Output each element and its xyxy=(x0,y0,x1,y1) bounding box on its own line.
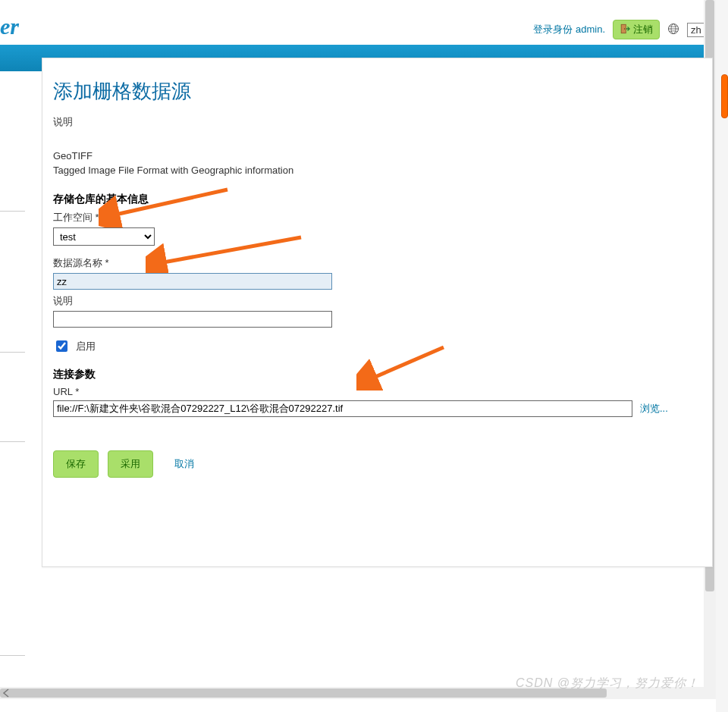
app-viewport: er 登录身份 admin. 注销 zh 添加栅格数据源 说明 xyxy=(0,0,716,699)
sidebar xyxy=(0,71,42,693)
workspace-select[interactable]: test xyxy=(53,227,155,246)
description-label: 说明 xyxy=(53,294,697,308)
logo-fragment: er xyxy=(0,14,19,39)
outer-vertical-scrollbar[interactable] xyxy=(716,0,728,712)
watermark: CSDN @努力学习，努力爱你！ xyxy=(516,676,699,692)
scroll-left-arrow-icon[interactable] xyxy=(2,688,11,698)
url-row: 浏览... xyxy=(53,400,697,417)
enable-checkbox[interactable] xyxy=(56,340,67,352)
page-title: 添加栅格数据源 xyxy=(53,78,697,105)
datasource-name-input[interactable] xyxy=(53,273,332,290)
sidebar-divider xyxy=(0,352,25,353)
svg-line-7 xyxy=(159,237,301,263)
sidebar-divider xyxy=(0,655,25,656)
format-name: GeoTIFF xyxy=(53,150,697,162)
login-info: 登录身份 admin. xyxy=(533,23,605,36)
svg-point-2 xyxy=(624,28,625,29)
format-desc: Tagged Image File Format with Geographic… xyxy=(53,165,697,176)
sidebar-divider xyxy=(0,441,25,442)
page-desc-label: 说明 xyxy=(53,115,697,129)
annotation-arrow-icon xyxy=(99,182,231,227)
svg-line-6 xyxy=(112,190,228,215)
main-panel: 添加栅格数据源 说明 GeoTIFF Tagged Image File For… xyxy=(42,58,713,567)
globe-icon xyxy=(667,23,679,37)
logout-label: 注销 xyxy=(633,23,653,36)
scrollbar-thumb[interactable] xyxy=(721,74,728,118)
annotation-arrow-icon xyxy=(356,341,447,391)
svg-line-8 xyxy=(370,347,444,379)
logout-button[interactable]: 注销 xyxy=(613,20,660,39)
save-button[interactable]: 保存 xyxy=(53,450,99,478)
apply-button[interactable]: 采用 xyxy=(108,450,153,478)
url-input[interactable] xyxy=(53,400,632,417)
username: admin. xyxy=(576,24,605,35)
button-row: 保存 采用 取消 xyxy=(53,450,697,478)
header-right: 登录身份 admin. 注销 zh xyxy=(533,20,708,39)
enable-label: 启用 xyxy=(76,340,96,353)
annotation-arrow-icon xyxy=(146,231,305,273)
login-prefix: 登录身份 xyxy=(533,24,573,35)
description-input[interactable] xyxy=(53,311,332,328)
cancel-link[interactable]: 取消 xyxy=(174,457,194,471)
door-icon xyxy=(620,24,630,36)
header: er 登录身份 admin. 注销 zh xyxy=(0,0,716,45)
browse-link[interactable]: 浏览... xyxy=(640,402,668,416)
sidebar-divider xyxy=(0,211,25,212)
